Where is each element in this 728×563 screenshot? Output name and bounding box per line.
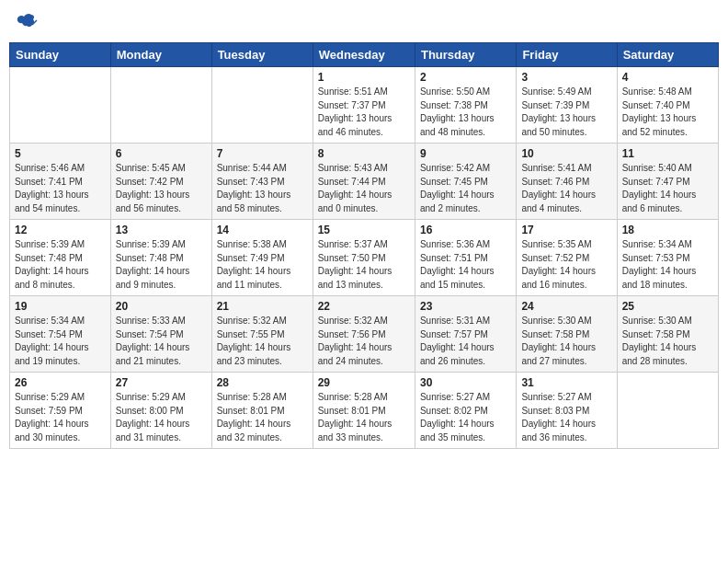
calendar-day-cell <box>110 67 211 144</box>
day-number: 2 <box>420 71 511 84</box>
day-info: Sunrise: 5:42 AM Sunset: 7:45 PM Dayligh… <box>420 162 511 215</box>
day-number: 5 <box>15 147 106 160</box>
day-info: Sunrise: 5:34 AM Sunset: 7:54 PM Dayligh… <box>15 315 106 368</box>
logo <box>9 9 39 35</box>
day-info: Sunrise: 5:41 AM Sunset: 7:46 PM Dayligh… <box>521 162 611 215</box>
day-of-week-header: Sunday <box>10 43 111 67</box>
calendar-day-cell: 11Sunrise: 5:40 AM Sunset: 7:47 PM Dayli… <box>617 144 718 220</box>
calendar-day-cell: 16Sunrise: 5:36 AM Sunset: 7:51 PM Dayli… <box>415 220 516 296</box>
day-info: Sunrise: 5:39 AM Sunset: 7:48 PM Dayligh… <box>116 238 207 292</box>
day-number: 13 <box>116 224 207 236</box>
day-info: Sunrise: 5:28 AM Sunset: 8:01 PM Dayligh… <box>318 391 410 444</box>
calendar-day-cell: 30Sunrise: 5:27 AM Sunset: 8:02 PM Dayli… <box>415 373 516 449</box>
day-number: 27 <box>116 376 207 389</box>
day-info: Sunrise: 5:49 AM Sunset: 7:39 PM Dayligh… <box>521 86 611 139</box>
day-info: Sunrise: 5:31 AM Sunset: 7:57 PM Dayligh… <box>420 315 511 368</box>
day-info: Sunrise: 5:40 AM Sunset: 7:47 PM Dayligh… <box>622 162 713 215</box>
day-of-week-header: Wednesday <box>313 43 415 67</box>
day-info: Sunrise: 5:29 AM Sunset: 8:00 PM Dayligh… <box>116 391 207 444</box>
day-info: Sunrise: 5:27 AM Sunset: 8:03 PM Dayligh… <box>521 391 611 444</box>
day-number: 7 <box>217 147 308 160</box>
calendar-day-cell: 24Sunrise: 5:30 AM Sunset: 7:58 PM Dayli… <box>517 296 617 373</box>
calendar-day-cell <box>10 67 111 144</box>
calendar-day-cell: 9Sunrise: 5:42 AM Sunset: 7:45 PM Daylig… <box>415 144 516 220</box>
day-info: Sunrise: 5:29 AM Sunset: 7:59 PM Dayligh… <box>15 391 106 444</box>
calendar-header-row: SundayMondayTuesdayWednesdayThursdayFrid… <box>10 43 719 67</box>
calendar-day-cell: 10Sunrise: 5:41 AM Sunset: 7:46 PM Dayli… <box>517 144 617 220</box>
calendar-day-cell: 2Sunrise: 5:50 AM Sunset: 7:38 PM Daylig… <box>415 67 516 144</box>
day-number: 16 <box>420 224 511 236</box>
calendar-day-cell: 8Sunrise: 5:43 AM Sunset: 7:44 PM Daylig… <box>313 144 415 220</box>
day-number: 24 <box>521 300 611 313</box>
calendar-week-row: 19Sunrise: 5:34 AM Sunset: 7:54 PM Dayli… <box>10 296 719 373</box>
day-info: Sunrise: 5:50 AM Sunset: 7:38 PM Dayligh… <box>420 86 511 139</box>
day-info: Sunrise: 5:43 AM Sunset: 7:44 PM Dayligh… <box>318 162 410 215</box>
day-number: 20 <box>116 300 207 313</box>
calendar-week-row: 5Sunrise: 5:46 AM Sunset: 7:41 PM Daylig… <box>10 144 719 220</box>
calendar-day-cell: 28Sunrise: 5:28 AM Sunset: 8:01 PM Dayli… <box>211 373 313 449</box>
calendar-day-cell: 5Sunrise: 5:46 AM Sunset: 7:41 PM Daylig… <box>10 144 111 220</box>
calendar-day-cell: 27Sunrise: 5:29 AM Sunset: 8:00 PM Dayli… <box>110 373 211 449</box>
calendar-day-cell: 22Sunrise: 5:32 AM Sunset: 7:56 PM Dayli… <box>313 296 415 373</box>
calendar-day-cell: 25Sunrise: 5:30 AM Sunset: 7:58 PM Dayli… <box>617 296 718 373</box>
day-number: 8 <box>318 147 410 160</box>
day-of-week-header: Monday <box>110 43 211 67</box>
calendar-day-cell: 21Sunrise: 5:32 AM Sunset: 7:55 PM Dayli… <box>211 296 313 373</box>
calendar-table: SundayMondayTuesdayWednesdayThursdayFrid… <box>9 42 719 449</box>
calendar-day-cell: 20Sunrise: 5:33 AM Sunset: 7:54 PM Dayli… <box>110 296 211 373</box>
day-number: 11 <box>622 147 713 160</box>
day-number: 30 <box>420 376 511 389</box>
calendar-day-cell: 23Sunrise: 5:31 AM Sunset: 7:57 PM Dayli… <box>415 296 516 373</box>
calendar-day-cell: 14Sunrise: 5:38 AM Sunset: 7:49 PM Dayli… <box>211 220 313 296</box>
day-number: 29 <box>318 376 410 389</box>
day-info: Sunrise: 5:30 AM Sunset: 7:58 PM Dayligh… <box>521 315 611 368</box>
day-number: 6 <box>116 147 207 160</box>
day-of-week-header: Tuesday <box>211 43 313 67</box>
day-number: 25 <box>622 300 713 313</box>
day-info: Sunrise: 5:34 AM Sunset: 7:53 PM Dayligh… <box>622 238 713 292</box>
day-number: 28 <box>217 376 308 389</box>
day-info: Sunrise: 5:33 AM Sunset: 7:54 PM Dayligh… <box>116 315 207 368</box>
calendar-day-cell: 12Sunrise: 5:39 AM Sunset: 7:48 PM Dayli… <box>10 220 111 296</box>
day-info: Sunrise: 5:32 AM Sunset: 7:56 PM Dayligh… <box>318 315 410 368</box>
calendar-day-cell: 6Sunrise: 5:45 AM Sunset: 7:42 PM Daylig… <box>110 144 211 220</box>
day-number: 9 <box>420 147 511 160</box>
calendar-day-cell: 31Sunrise: 5:27 AM Sunset: 8:03 PM Dayli… <box>517 373 617 449</box>
day-info: Sunrise: 5:46 AM Sunset: 7:41 PM Dayligh… <box>15 162 106 215</box>
day-info: Sunrise: 5:35 AM Sunset: 7:52 PM Dayligh… <box>521 238 611 292</box>
day-of-week-header: Saturday <box>617 43 718 67</box>
day-number: 22 <box>318 300 410 313</box>
day-number: 21 <box>217 300 308 313</box>
calendar-week-row: 1Sunrise: 5:51 AM Sunset: 7:37 PM Daylig… <box>10 67 719 144</box>
day-number: 19 <box>15 300 106 313</box>
calendar-week-row: 12Sunrise: 5:39 AM Sunset: 7:48 PM Dayli… <box>10 220 719 296</box>
day-number: 10 <box>521 147 611 160</box>
day-number: 14 <box>217 224 308 236</box>
day-info: Sunrise: 5:36 AM Sunset: 7:51 PM Dayligh… <box>420 238 511 292</box>
day-number: 31 <box>521 376 611 389</box>
calendar-day-cell: 17Sunrise: 5:35 AM Sunset: 7:52 PM Dayli… <box>517 220 617 296</box>
day-number: 23 <box>420 300 511 313</box>
day-number: 15 <box>318 224 410 236</box>
page-header <box>9 9 719 35</box>
day-info: Sunrise: 5:51 AM Sunset: 7:37 PM Dayligh… <box>318 86 410 139</box>
calendar-day-cell: 13Sunrise: 5:39 AM Sunset: 7:48 PM Dayli… <box>110 220 211 296</box>
day-number: 1 <box>318 71 410 84</box>
day-number: 3 <box>521 71 611 84</box>
day-number: 12 <box>15 224 106 236</box>
day-of-week-header: Friday <box>517 43 617 67</box>
day-info: Sunrise: 5:37 AM Sunset: 7:50 PM Dayligh… <box>318 238 410 292</box>
calendar-day-cell: 29Sunrise: 5:28 AM Sunset: 8:01 PM Dayli… <box>313 373 415 449</box>
day-info: Sunrise: 5:38 AM Sunset: 7:49 PM Dayligh… <box>217 238 308 292</box>
day-number: 18 <box>622 224 713 236</box>
calendar-day-cell: 15Sunrise: 5:37 AM Sunset: 7:50 PM Dayli… <box>313 220 415 296</box>
day-info: Sunrise: 5:39 AM Sunset: 7:48 PM Dayligh… <box>15 238 106 292</box>
calendar-day-cell: 1Sunrise: 5:51 AM Sunset: 7:37 PM Daylig… <box>313 67 415 144</box>
calendar-day-cell: 26Sunrise: 5:29 AM Sunset: 7:59 PM Dayli… <box>10 373 111 449</box>
day-info: Sunrise: 5:28 AM Sunset: 8:01 PM Dayligh… <box>217 391 308 444</box>
calendar-day-cell: 4Sunrise: 5:48 AM Sunset: 7:40 PM Daylig… <box>617 67 718 144</box>
day-info: Sunrise: 5:48 AM Sunset: 7:40 PM Dayligh… <box>622 86 713 139</box>
calendar-day-cell: 18Sunrise: 5:34 AM Sunset: 7:53 PM Dayli… <box>617 220 718 296</box>
calendar-day-cell <box>617 373 718 449</box>
day-number: 4 <box>622 71 713 84</box>
